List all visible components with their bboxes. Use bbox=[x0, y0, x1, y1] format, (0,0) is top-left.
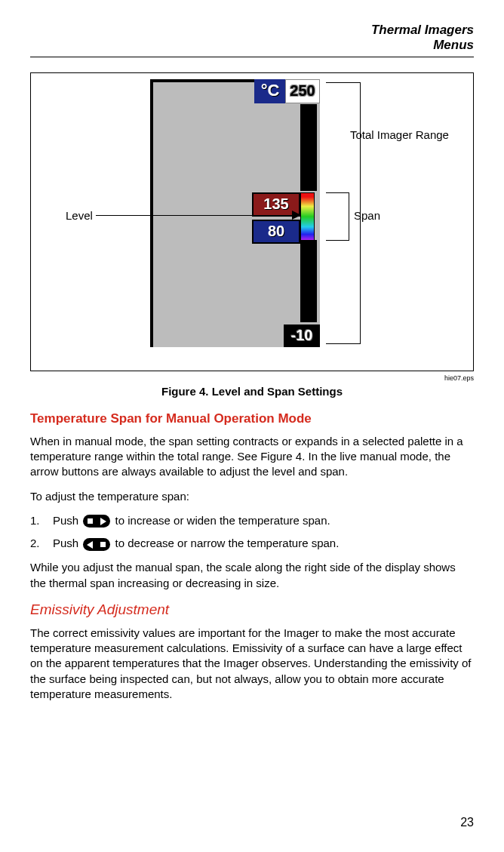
temperature-unit: °C bbox=[261, 81, 280, 100]
square-right-glyph bbox=[100, 542, 106, 547]
header-subtitle: Menus bbox=[30, 38, 474, 53]
figure-caption: Figure 4. Level and Span Settings bbox=[30, 385, 474, 398]
narrow-button-icon bbox=[83, 538, 110, 551]
span-paragraph-1: When in manual mode, the span setting co… bbox=[30, 434, 474, 480]
step-content: Push to increase or widen the temperatur… bbox=[53, 513, 474, 528]
page-header: Thermal Imagers Menus bbox=[30, 23, 474, 54]
figure-frame: °C 250 135 80 -10 Total Imager Range Lev… bbox=[30, 72, 474, 371]
min-temperature: -10 bbox=[284, 324, 320, 347]
procedure-step-1: 1. Push to increase or widen the tempera… bbox=[30, 513, 474, 528]
figure-inner: °C 250 135 80 -10 Total Imager Range Lev… bbox=[37, 79, 467, 364]
step1-pre-text: Push bbox=[53, 514, 81, 527]
header-divider bbox=[30, 57, 474, 57]
step-content: Push to decrease or narrow the temperatu… bbox=[53, 536, 474, 551]
temperature-unit-box: °C bbox=[254, 79, 286, 103]
square-left-glyph bbox=[88, 518, 93, 524]
triangle-left-glyph bbox=[87, 541, 93, 549]
page-number: 23 bbox=[460, 816, 474, 829]
span-paragraph-3: While you adjust the manual span, the sc… bbox=[30, 560, 474, 591]
step1-post-text: to increase or widen the temperature spa… bbox=[112, 514, 330, 527]
step-number: 1. bbox=[30, 513, 53, 528]
panel-left-border bbox=[150, 79, 153, 347]
triangle-right-glyph bbox=[100, 518, 106, 525]
max-temperature: 250 bbox=[285, 79, 320, 103]
scale-lower-bar bbox=[300, 240, 317, 322]
span-section-heading: Temperature Span for Manual Operation Mo… bbox=[30, 411, 474, 426]
eps-filename: hie07.eps bbox=[30, 374, 474, 382]
level-label: Level bbox=[66, 209, 93, 222]
procedure-list: 1. Push to increase or widen the tempera… bbox=[30, 513, 474, 552]
procedure-step-2: 2. Push to decrease or narrow the temper… bbox=[30, 536, 474, 551]
span-paragraph-2: To adjust the temperature span: bbox=[30, 489, 474, 504]
emissivity-heading: Emissivity Adjustment bbox=[30, 601, 474, 618]
span-low-value: 80 bbox=[252, 220, 300, 244]
step2-post-text: to decrease or narrow the temperature sp… bbox=[112, 537, 339, 549]
emissivity-paragraph: The correct emissivity values are import… bbox=[30, 626, 474, 702]
total-range-label: Total Imager Range bbox=[350, 128, 449, 141]
color-gradient-bar bbox=[300, 192, 315, 241]
level-callout-line bbox=[96, 215, 296, 216]
header-title: Thermal Imagers bbox=[30, 23, 474, 38]
level-arrow-icon bbox=[292, 211, 301, 220]
span-label: Span bbox=[354, 209, 380, 222]
widen-button-icon bbox=[83, 515, 110, 528]
span-bracket bbox=[326, 192, 349, 241]
step2-pre-text: Push bbox=[53, 537, 81, 549]
scale-upper-bar bbox=[300, 104, 317, 191]
step-number: 2. bbox=[30, 536, 53, 551]
page-container: Thermal Imagers Menus °C 250 135 80 -10 bbox=[0, 0, 504, 852]
